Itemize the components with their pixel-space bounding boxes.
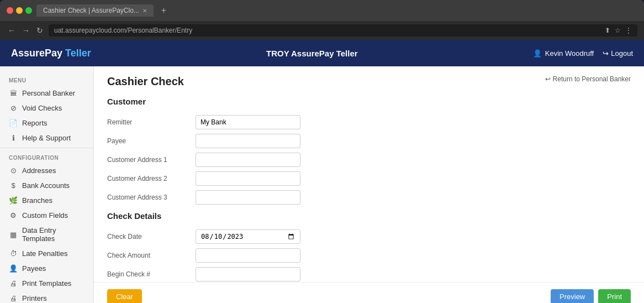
sidebar-item-reports[interactable]: 📄 Reports xyxy=(0,116,93,130)
custom-fields-icon: ⚙ xyxy=(9,211,18,220)
customer-section-title: Customer xyxy=(107,97,631,108)
config-section-label: CONFIGURATION xyxy=(0,150,93,163)
help-icon: ℹ xyxy=(9,134,18,142)
check-details-section-title: Check Details xyxy=(107,211,631,223)
begin-check-input[interactable] xyxy=(196,267,300,281)
address2-label: Customer Address 2 xyxy=(107,175,196,182)
preview-button[interactable]: Preview xyxy=(551,289,594,303)
page-header: Cashier Check ↩ Return to Personal Banke… xyxy=(107,75,631,88)
user-icon: 👤 xyxy=(533,49,542,58)
sidebar-item-help[interactable]: ℹ Help & Support xyxy=(0,130,93,145)
sidebar-item-late-penalties[interactable]: ⏱ Late Penalties xyxy=(0,246,93,261)
share-icon: ⬆ xyxy=(605,27,610,34)
check-amount-input[interactable] xyxy=(196,248,300,263)
reports-icon: 📄 xyxy=(9,119,18,127)
void-checks-icon: ⊘ xyxy=(9,104,18,112)
nav-center-title: TROY AssurePay Teller xyxy=(91,49,533,58)
back-button[interactable]: ← xyxy=(7,26,17,35)
sidebar-item-bank-accounts[interactable]: $ Bank Accounts xyxy=(0,178,93,193)
sidebar-label-branches: Branches xyxy=(22,196,52,205)
begin-check-field-group: Begin Check # xyxy=(107,267,631,281)
sidebar-label-data-entry-templates: Data Entry Templates xyxy=(22,226,85,243)
address3-field-group: Customer Address 3 xyxy=(107,190,631,205)
print-templates-icon: 🖨 xyxy=(9,279,18,288)
sidebar-item-void-checks[interactable]: ⊘ Void Checks xyxy=(0,101,93,116)
sidebar-item-payees[interactable]: 👤 Payees xyxy=(0,261,93,276)
top-nav: AssurePay Teller TROY AssurePay Teller 👤… xyxy=(0,40,644,66)
page-title: Cashier Check xyxy=(107,75,184,88)
payee-field-group: Payee xyxy=(107,134,631,148)
sidebar-label-help: Help & Support xyxy=(22,134,71,142)
address1-label: Customer Address 1 xyxy=(107,156,196,164)
browser-addressbar: ← → ↻ uat.assurepaycloud.com/PersonalBan… xyxy=(0,21,644,40)
browser-dots xyxy=(7,7,32,14)
logout-label: Logout xyxy=(611,49,633,58)
dot-green[interactable] xyxy=(25,7,32,14)
sidebar-label-bank-accounts: Bank Accounts xyxy=(22,181,70,190)
address3-label: Customer Address 3 xyxy=(107,194,196,201)
address3-input[interactable] xyxy=(196,190,300,205)
address1-field-group: Customer Address 1 xyxy=(107,153,631,167)
app-wrapper: AssurePay Teller TROY AssurePay Teller 👤… xyxy=(0,40,644,303)
main-content: Cashier Check ↩ Return to Personal Banke… xyxy=(94,66,644,282)
sidebar: MENU 🏛 Personal Banker ⊘ Void Checks 📄 R… xyxy=(0,66,94,303)
brand-assure: AssurePay xyxy=(11,48,62,59)
address1-input[interactable] xyxy=(196,153,300,167)
check-amount-label: Check Amount xyxy=(107,252,196,259)
check-date-field-group: Check Date xyxy=(107,229,631,244)
personal-banker-icon: 🏛 xyxy=(9,89,18,97)
return-link[interactable]: ↩ Return to Personal Banker xyxy=(545,75,631,83)
address-bar[interactable]: uat.assurepaycloud.com/PersonalBanker/En… xyxy=(49,24,637,36)
dot-red[interactable] xyxy=(7,7,13,14)
begin-check-label: Begin Check # xyxy=(107,270,196,278)
user-name: Kevin Woodruff xyxy=(545,49,594,58)
sidebar-label-printers: Printers xyxy=(22,294,47,302)
reload-button[interactable]: ↻ xyxy=(35,26,44,35)
browser-chrome: Cashier Check | AssurePayClo... ✕ + ← → … xyxy=(0,0,644,40)
url-text: uat.assurepaycloud.com/PersonalBanker/En… xyxy=(54,27,192,34)
remitter-input[interactable] xyxy=(196,115,300,129)
sidebar-item-custom-fields[interactable]: ⚙ Custom Fields xyxy=(0,208,93,223)
nav-user: 👤 Kevin Woodruff xyxy=(533,49,594,58)
sidebar-item-addresses[interactable]: ⊙ Addresses xyxy=(0,163,93,178)
sidebar-item-printers[interactable]: 🖨 Printers xyxy=(0,291,93,303)
branches-icon: 🌿 xyxy=(9,196,18,205)
sidebar-label-custom-fields: Custom Fields xyxy=(22,211,68,220)
forward-button[interactable]: → xyxy=(21,26,31,35)
remitter-label: Remitter xyxy=(107,118,196,126)
footer-bar: Clear Preview Print xyxy=(94,282,644,303)
late-penalties-icon: ⏱ xyxy=(9,249,18,258)
check-date-label: Check Date xyxy=(107,233,196,241)
logout-icon: ↪ xyxy=(603,49,609,58)
sidebar-item-branches[interactable]: 🌿 Branches xyxy=(0,193,93,208)
sidebar-item-print-templates[interactable]: 🖨 Print Templates xyxy=(0,276,93,291)
body-layout: MENU 🏛 Personal Banker ⊘ Void Checks 📄 R… xyxy=(0,66,644,303)
nav-right: 👤 Kevin Woodruff ↪ Logout xyxy=(533,49,633,58)
clear-button[interactable]: Clear xyxy=(107,289,142,303)
star-icon[interactable]: ☆ xyxy=(615,27,621,34)
sidebar-item-personal-banker[interactable]: 🏛 Personal Banker xyxy=(0,86,93,101)
dot-yellow[interactable] xyxy=(16,7,23,14)
payees-icon: 👤 xyxy=(9,264,18,273)
check-date-input[interactable] xyxy=(196,229,300,244)
logout-button[interactable]: ↪ Logout xyxy=(603,49,633,58)
sidebar-label-late-penalties: Late Penalties xyxy=(22,249,67,258)
browser-tab[interactable]: Cashier Check | AssurePayClo... ✕ xyxy=(36,4,154,17)
addresses-icon: ⊙ xyxy=(9,166,18,175)
print-button[interactable]: Print xyxy=(598,289,631,303)
brand-teller: Teller xyxy=(62,48,91,59)
address2-field-group: Customer Address 2 xyxy=(107,171,631,186)
menu-icon[interactable]: ⋮ xyxy=(625,27,632,34)
url-icons: ⬆ ☆ ⋮ xyxy=(605,27,632,34)
sidebar-label-reports: Reports xyxy=(22,119,47,127)
new-tab-button[interactable]: + xyxy=(158,6,170,15)
address2-input[interactable] xyxy=(196,171,300,186)
payee-input[interactable] xyxy=(196,134,300,148)
sidebar-item-data-entry-templates[interactable]: ▦ Data Entry Templates xyxy=(0,223,93,246)
tab-close-icon[interactable]: ✕ xyxy=(142,8,147,14)
brand: AssurePay Teller xyxy=(11,48,91,59)
browser-titlebar: Cashier Check | AssurePayClo... ✕ + xyxy=(0,0,644,21)
menu-section-label: MENU xyxy=(0,73,93,86)
action-buttons: Preview Print xyxy=(551,289,631,303)
payee-label: Payee xyxy=(107,137,196,145)
